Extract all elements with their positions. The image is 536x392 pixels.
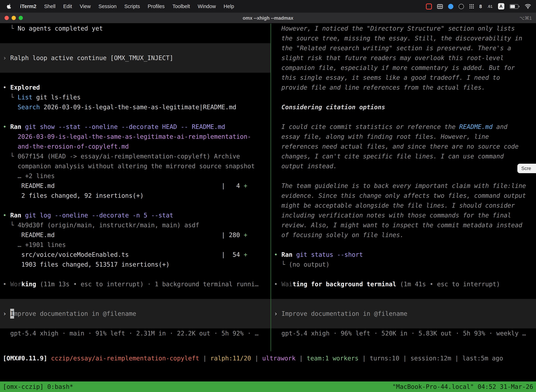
text-segment: + [244, 251, 247, 258]
text-segment: • [3, 212, 10, 219]
working-status-line: • Working (11m 13s • esc to interrupt) ·… [0, 279, 270, 289]
text-segment: companion file, especially if more comme… [274, 64, 515, 71]
terminal-line: 2 files changed, 92 insertions(+) [0, 191, 270, 201]
menu-scripts[interactable]: Scripts [120, 4, 144, 9]
text-segment: might be acceptable alongside the file l… [274, 202, 515, 209]
blank-line [0, 73, 270, 83]
terminal-line: However, I noticed the "Directory Struct… [271, 23, 536, 33]
circle-app-icon[interactable] [459, 4, 464, 9]
injected-message[interactable]: › Ralph loop active continue [OMX_TMUX_I… [0, 43, 270, 73]
terminal-pane-right[interactable]: However, I noticed the "Directory Struct… [271, 23, 536, 351]
text-segment: └ [3, 94, 18, 101]
text-segment: … +1901 lines [3, 241, 66, 248]
text-segment: Search [3, 104, 40, 111]
text-segment: • [274, 281, 281, 288]
text-segment: last:5m ago [462, 355, 503, 362]
window-controls [5, 16, 23, 20]
menu-iterm2[interactable]: iTerm2 [16, 4, 40, 9]
text-segment: ting for background terminal [292, 281, 396, 288]
apple-logo [6, 3, 11, 9]
text-segment: slight risk that future readers may over… [274, 54, 504, 61]
text-segment: | [399, 355, 411, 362]
terminal-line: └ (no output) [271, 260, 536, 269]
text-segment: • [3, 123, 10, 130]
text-segment: and [493, 123, 507, 130]
close-button[interactable] [5, 16, 9, 20]
text-cursor: I [10, 309, 14, 319]
text-segment: Ran [10, 212, 25, 219]
tool-call-line: • Ran git log --oneline --decorate -n 5 … [0, 210, 270, 220]
text-segment: essay file, along with finding root file… [274, 133, 489, 140]
text-segment: references need actual files, and since … [274, 143, 519, 150]
terminal-line: might be acceptable alongside the file l… [271, 201, 536, 210]
digit-8-icon[interactable]: 8 [479, 4, 482, 9]
blank-line [271, 92, 536, 102]
gauge-61-icon[interactable]: .61 [487, 4, 493, 9]
terminal-line: README.md | 280 + [0, 230, 270, 240]
menubar-menus: iTerm2ShellEditViewSessionScriptsProfile… [5, 3, 238, 9]
blank-line [271, 112, 536, 122]
text-segment: turns:10 [370, 355, 399, 362]
menu-session[interactable]: Session [95, 4, 120, 9]
tool-call-line: • Ran git show --stat --oneline --decora… [0, 122, 270, 132]
menu-help[interactable]: Help [220, 4, 238, 9]
terminal-area: └ No agents completed yet› Ralph loop ac… [0, 23, 536, 351]
blank-line [0, 112, 270, 122]
wifi-icon[interactable] [525, 4, 531, 9]
terminal-line: references need actual files, and since … [271, 142, 536, 151]
omx-status-line: [OMX#0.11.9] cczip/essay/ai-reimplementa… [0, 353, 536, 363]
terminal-line: this single essay, it seems like a good … [271, 73, 536, 83]
terminal-line: including verification notes with those … [271, 210, 536, 220]
tool-call-line: • Ran git status --short [271, 250, 536, 260]
battery-icon[interactable] [509, 4, 519, 9]
text-segment: this single essay, it seems like a good … [274, 74, 500, 81]
menu-shell[interactable]: Shell [40, 4, 59, 9]
menu-edit[interactable]: Edit [59, 4, 76, 9]
window-grid-icon[interactable] [437, 4, 443, 9]
text-segment: No agents completed yet [18, 25, 103, 32]
text-segment: cczip/essay/ai-reimplementation-copyleft [51, 355, 199, 362]
minimize-button[interactable] [12, 16, 16, 20]
text-segment: review. Also, I might want to inspect th… [274, 222, 522, 229]
menubar-status-items: 8 .61 A [426, 3, 531, 9]
prompt-input[interactable]: › Improve documentation in @filename [271, 299, 536, 328]
zoom-button[interactable] [19, 16, 23, 20]
menu-window[interactable]: Window [194, 4, 220, 9]
session-status-line: gpt-5.4 xhigh · 96% left · 520K in · 5.8… [271, 328, 536, 338]
text-segment: … +2 lines [3, 173, 55, 179]
screen-popover[interactable]: Scre [517, 164, 536, 173]
text-segment: 2 files changed, 92 insertions(+) [3, 192, 144, 199]
dark-circle-icon [459, 4, 464, 9]
text-segment: and-the-erosion-of-copyleft.md [3, 143, 129, 150]
terminal-line: 1903 files changed, 513517 insertions(+) [0, 260, 270, 269]
app-grid-icon[interactable] [469, 4, 474, 9]
prompt-input[interactable]: › Improve documentation in @filename [0, 299, 270, 328]
text-segment: └ 4b9d30f (origin/main, instructkr/main,… [3, 222, 199, 229]
apple-menu-icon[interactable] [5, 3, 13, 9]
text-segment: evidence. Since this change only affects… [274, 192, 526, 199]
text-segment: 2026-03-09-is-legal-the-same-as-legitima… [40, 104, 236, 111]
terminal-line: README.md | 4 + [0, 181, 270, 191]
text-segment: | [199, 355, 210, 362]
text-segment: | [296, 355, 307, 362]
text-segment: The team guideline is to back every impo… [274, 182, 526, 189]
text-segment: Improve documentation in @filename [281, 309, 407, 319]
recording-indicator-icon[interactable] [426, 3, 432, 9]
text-segment: └ [3, 25, 18, 32]
text-segment: › [3, 309, 10, 319]
terminal-line: └ List git ls-files [0, 92, 270, 102]
blank-line [0, 289, 270, 299]
text-segment: (11m 13s • esc to interrupt) · 1 backgro… [36, 281, 258, 288]
menu-view[interactable]: View [76, 4, 94, 9]
menu-toolbelt[interactable]: Toolbelt [168, 4, 194, 9]
blue-app-icon[interactable] [448, 4, 453, 9]
menu-profiles[interactable]: Profiles [144, 4, 169, 9]
titlebar[interactable]: omx --xhigh --madmax ⌥⌘1 [0, 13, 536, 23]
text-segment: Ran [281, 251, 296, 258]
terminal-pane-left[interactable]: └ No agents completed yet› Ralph loop ac… [0, 23, 270, 351]
terminal-line: the "Related research writing" section i… [271, 43, 536, 53]
text-segment: | [451, 355, 462, 362]
text-segment: 2026-03-09-is-legal-the-same-as-legitima… [3, 133, 251, 140]
input-source-icon[interactable]: A [498, 3, 504, 9]
text-segment: including verification notes with those … [274, 212, 511, 219]
